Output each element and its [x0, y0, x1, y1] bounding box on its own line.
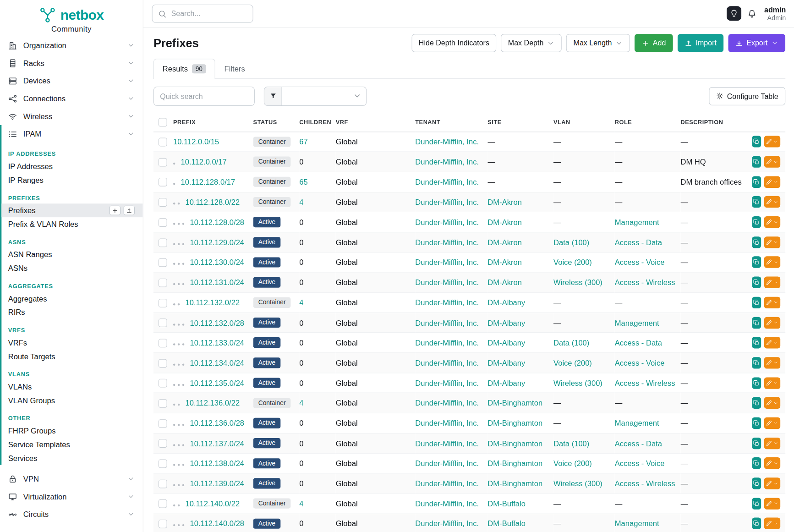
copy-button[interactable]: [752, 136, 761, 148]
sidebar-item-asns[interactable]: ASNs: [1, 261, 142, 275]
edit-button[interactable]: [764, 357, 780, 368]
export-button[interactable]: Export: [728, 34, 785, 52]
sidebar-item-vpn[interactable]: VPN: [0, 470, 143, 488]
edit-button[interactable]: [764, 417, 780, 429]
tenant-link[interactable]: Dunder-Mifflin, Inc.: [415, 278, 479, 287]
global-search-input[interactable]: [171, 10, 247, 18]
prefix-link[interactable]: 10.112.0.0/15: [173, 137, 219, 146]
tenant-link[interactable]: Dunder-Mifflin, Inc.: [415, 158, 479, 166]
row-checkbox[interactable]: [159, 379, 167, 388]
site-link[interactable]: DM-Albany: [487, 339, 525, 347]
sidebar-item-wireless[interactable]: Wireless: [0, 107, 143, 125]
sidebar-item-service-templates[interactable]: Service Templates: [1, 438, 142, 451]
role-link[interactable]: Management: [615, 318, 659, 327]
site-link[interactable]: DM-Binghamton: [487, 479, 542, 488]
tenant-link[interactable]: Dunder-Mifflin, Inc.: [415, 358, 479, 367]
role-link[interactable]: Access - Data: [615, 439, 662, 448]
children-link[interactable]: 4: [299, 499, 303, 508]
copy-button[interactable]: [752, 457, 761, 469]
vlan-link[interactable]: Data (100): [553, 238, 589, 247]
tenant-link[interactable]: Dunder-Mifflin, Inc.: [415, 218, 479, 226]
edit-button[interactable]: [764, 477, 780, 489]
sidebar-item-fhrp-groups[interactable]: FHRP Groups: [1, 424, 142, 438]
copy-button[interactable]: [752, 357, 761, 368]
vlan-link[interactable]: Voice (200): [553, 358, 592, 367]
prefix-link[interactable]: 10.112.129.0/24: [190, 238, 244, 247]
row-checkbox[interactable]: [159, 520, 167, 528]
prefix-link[interactable]: 10.112.131.0/24: [190, 278, 244, 287]
vlan-link[interactable]: Voice (200): [553, 258, 592, 267]
edit-button[interactable]: [764, 498, 780, 509]
column-header-role[interactable]: ROLE: [615, 113, 681, 132]
prefix-link[interactable]: 10.112.133.0/24: [190, 339, 244, 347]
site-link[interactable]: DM-Albany: [487, 298, 525, 307]
site-link[interactable]: DM-Akron: [487, 218, 522, 226]
tab-filters[interactable]: Filters: [215, 59, 254, 79]
row-checkbox[interactable]: [159, 399, 167, 408]
edit-button[interactable]: [764, 216, 780, 228]
sidebar-item-organization[interactable]: Organization: [0, 37, 143, 55]
sidebar-item-virtualization[interactable]: Virtualization: [0, 488, 143, 505]
tenant-link[interactable]: Dunder-Mifflin, Inc.: [415, 519, 479, 528]
prefix-link[interactable]: 10.112.137.0/24: [190, 439, 244, 448]
role-link[interactable]: Access - Wireless: [615, 278, 675, 287]
sidebar-item-route-targets[interactable]: Route Targets: [1, 350, 142, 363]
hide-depth-indicators-button[interactable]: Hide Depth Indicators: [411, 34, 496, 52]
column-header-tenant[interactable]: TENANT: [415, 113, 487, 132]
copy-button[interactable]: [752, 277, 761, 288]
children-link[interactable]: 4: [299, 298, 303, 307]
sidebar-item-asn-ranges[interactable]: ASN Ranges: [1, 247, 142, 261]
filter-button[interactable]: [264, 86, 282, 105]
prefix-link[interactable]: 10.112.128.0/17: [181, 178, 235, 186]
sidebar-item-ip-ranges[interactable]: IP Ranges: [1, 173, 142, 187]
tenant-link[interactable]: Dunder-Mifflin, Inc.: [415, 378, 479, 387]
prefix-link[interactable]: 10.112.136.0/28: [190, 419, 244, 428]
role-link[interactable]: Management: [615, 419, 659, 428]
row-checkbox[interactable]: [159, 359, 167, 367]
copy-button[interactable]: [752, 216, 761, 228]
tenant-link[interactable]: Dunder-Mifflin, Inc.: [415, 499, 479, 508]
edit-button[interactable]: [764, 236, 780, 248]
row-checkbox[interactable]: [159, 158, 167, 167]
role-link[interactable]: Access - Voice: [615, 459, 665, 468]
prefix-link[interactable]: 10.112.132.0/28: [190, 318, 244, 327]
saved-filter-select[interactable]: [282, 86, 367, 105]
site-link[interactable]: DM-Binghamton: [487, 439, 542, 448]
edit-button[interactable]: [764, 438, 780, 449]
row-checkbox[interactable]: [159, 299, 167, 307]
edit-button[interactable]: [764, 257, 780, 268]
vlan-link[interactable]: Wireless (300): [553, 479, 602, 488]
site-link[interactable]: DM-Buffalo: [487, 519, 526, 528]
site-link[interactable]: DM-Akron: [487, 258, 522, 267]
role-link[interactable]: Access - Data: [615, 238, 662, 247]
column-header-vlan[interactable]: VLAN: [553, 113, 615, 132]
quick-add-button[interactable]: [110, 206, 120, 215]
prefix-link[interactable]: 10.112.128.0/28: [190, 218, 244, 226]
row-checkbox[interactable]: [159, 138, 167, 147]
copy-button[interactable]: [752, 296, 761, 308]
sidebar-item-vlan-groups[interactable]: VLAN Groups: [1, 394, 142, 407]
row-checkbox[interactable]: [159, 499, 167, 508]
column-header-vrf[interactable]: VRF: [336, 113, 416, 132]
edit-button[interactable]: [764, 337, 780, 348]
sidebar-item-rirs[interactable]: RIRs: [1, 305, 142, 319]
prefix-link[interactable]: 10.112.0.0/17: [181, 158, 227, 166]
column-header-site[interactable]: SITE: [487, 113, 553, 132]
max-length-dropdown[interactable]: Max Length: [566, 34, 630, 52]
sidebar-item-circuits[interactable]: Circuits: [0, 505, 143, 523]
copy-button[interactable]: [752, 397, 761, 409]
copy-button[interactable]: [752, 518, 761, 529]
tenant-link[interactable]: Dunder-Mifflin, Inc.: [415, 318, 479, 327]
sidebar-item-aggregates[interactable]: Aggregates: [1, 292, 142, 306]
copy-button[interactable]: [752, 377, 761, 389]
row-checkbox[interactable]: [159, 218, 167, 227]
row-checkbox[interactable]: [159, 439, 167, 448]
column-header-description[interactable]: DESCRIPTION: [680, 113, 752, 132]
import-button[interactable]: Import: [678, 34, 724, 52]
copy-button[interactable]: [752, 477, 761, 489]
vlan-link[interactable]: Data (100): [553, 439, 589, 448]
row-checkbox[interactable]: [159, 419, 167, 428]
site-link[interactable]: DM-Binghamton: [487, 419, 542, 428]
row-checkbox[interactable]: [159, 460, 167, 468]
theme-toggle-button[interactable]: [727, 6, 741, 21]
